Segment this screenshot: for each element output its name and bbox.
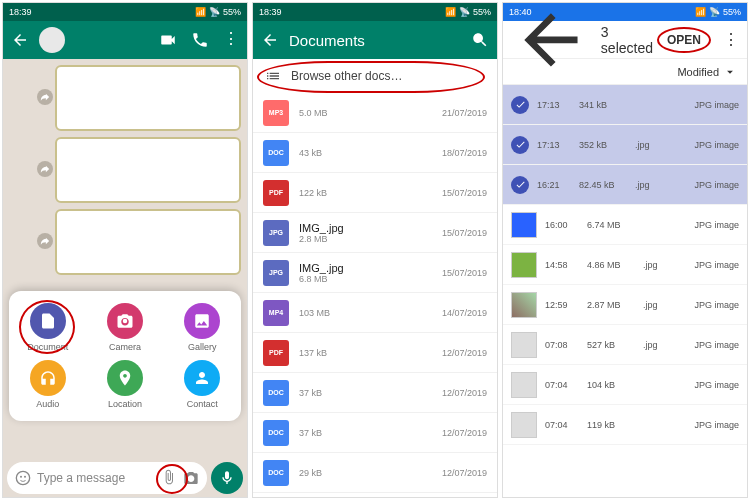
browse-other-docs[interactable]: Browse other docs…: [253, 59, 497, 93]
file-row[interactable]: 16:2182.45 kB.jpgJPG image: [503, 165, 747, 205]
doc-name: IMG_.jpg: [299, 262, 432, 274]
more-icon[interactable]: ⋮: [223, 31, 239, 49]
file-name: .jpg: [635, 180, 681, 190]
doc-size: 5.0 MB: [299, 108, 432, 118]
file-row[interactable]: 07:04119 kBJPG image: [503, 405, 747, 445]
file-row[interactable]: 14:584.86 MB.jpgJPG image: [503, 245, 747, 285]
search-icon[interactable]: [471, 31, 489, 49]
attach-audio[interactable]: Audio: [13, 360, 82, 409]
attach-camera[interactable]: Camera: [90, 303, 159, 352]
docs-list: Browse other docs… MP3 5.0 MB 21/07/2019…: [253, 59, 497, 497]
file-list: 17:13341 kBJPG image17:13352 kB.jpgJPG i…: [503, 85, 747, 497]
file-time: 12:59: [545, 300, 579, 310]
filetype-badge: PDF: [263, 180, 289, 206]
file-size: 6.74 MB: [587, 220, 635, 230]
back-icon[interactable]: [261, 31, 279, 49]
file-type: JPG image: [689, 260, 739, 270]
file-time: 07:08: [545, 340, 579, 350]
svg-point-3: [24, 476, 26, 478]
attach-contact[interactable]: Contact: [168, 360, 237, 409]
documents-screen: 18:39 📶 📡 55% Documents Browse other doc…: [252, 2, 498, 498]
file-time: 07:04: [545, 380, 579, 390]
doc-date: 12/07/2019: [442, 428, 487, 438]
doc-row[interactable]: DOC 37 kB 12/07/2019: [253, 373, 497, 413]
file-time: 14:58: [545, 260, 579, 270]
filetype-badge: JPG: [263, 220, 289, 246]
file-name: .jpg: [643, 340, 681, 350]
doc-row[interactable]: PDF 137 kB 12/07/2019: [253, 333, 497, 373]
file-type: JPG image: [689, 380, 739, 390]
thumbnail: [511, 252, 537, 278]
file-type: JPG image: [689, 100, 739, 110]
doc-row[interactable]: DOC 37 kB 12/07/2019: [253, 413, 497, 453]
forward-icon[interactable]: [37, 161, 53, 177]
doc-date: 15/07/2019: [442, 188, 487, 198]
file-row[interactable]: 17:13352 kB.jpgJPG image: [503, 125, 747, 165]
picker-title: 3 selected: [601, 24, 653, 56]
file-size: 352 kB: [579, 140, 627, 150]
file-row[interactable]: 12:592.87 MB.jpgJPG image: [503, 285, 747, 325]
emoji-icon[interactable]: [15, 470, 31, 486]
thumbnail: [511, 412, 537, 438]
file-row[interactable]: 17:13341 kBJPG image: [503, 85, 747, 125]
sort-row[interactable]: Modified: [503, 59, 747, 85]
thumbnail: [511, 372, 537, 398]
doc-row[interactable]: MP3 5.0 MB 21/07/2019: [253, 93, 497, 133]
message-bubble[interactable]: [55, 65, 241, 131]
video-call-icon[interactable]: [159, 31, 177, 49]
doc-date: 14/07/2019: [442, 308, 487, 318]
doc-row[interactable]: DOC 43 kB 18/07/2019: [253, 133, 497, 173]
forward-icon[interactable]: [37, 233, 53, 249]
mic-button[interactable]: [211, 462, 243, 494]
doc-size: 6.8 MB: [299, 274, 432, 284]
file-type: JPG image: [689, 420, 739, 430]
more-icon[interactable]: ⋮: [723, 32, 739, 48]
attach-document[interactable]: Document: [13, 303, 82, 352]
doc-row[interactable]: JPG IMG_.jpg2.8 MB 15/07/2019: [253, 213, 497, 253]
file-row[interactable]: 07:08527 kB.jpgJPG image: [503, 325, 747, 365]
doc-row[interactable]: JPG IMG_.jpg6.8 MB 15/07/2019: [253, 253, 497, 293]
doc-size: 2.8 MB: [299, 234, 432, 244]
attach-gallery[interactable]: Gallery: [168, 303, 237, 352]
file-time: 07:04: [545, 420, 579, 430]
chevron-down-icon: [723, 65, 737, 79]
forward-icon[interactable]: [37, 89, 53, 105]
doc-row[interactable]: DOC 29 kB 12/07/2019: [253, 453, 497, 493]
doc-date: 15/07/2019: [442, 268, 487, 278]
file-type: JPG image: [689, 220, 739, 230]
message-placeholder: Type a message: [37, 471, 155, 485]
svg-point-1: [16, 471, 29, 484]
camera-icon[interactable]: [183, 470, 199, 486]
filetype-badge: DOC: [263, 380, 289, 406]
open-button[interactable]: OPEN: [663, 31, 705, 49]
doc-row[interactable]: PDF 122 kB 15/07/2019: [253, 173, 497, 213]
chat-app-bar: ⋮: [3, 21, 247, 59]
filetype-badge: MP3: [263, 100, 289, 126]
attach-icon[interactable]: [161, 469, 177, 488]
file-row[interactable]: 07:04104 kBJPG image: [503, 365, 747, 405]
checkmark-icon: [511, 176, 529, 194]
doc-size: 29 kB: [299, 468, 432, 478]
file-type: JPG image: [689, 180, 739, 190]
file-size: 527 kB: [587, 340, 635, 350]
file-row[interactable]: 16:006.74 MBJPG image: [503, 205, 747, 245]
doc-row[interactable]: MP4 103 MB 14/07/2019: [253, 293, 497, 333]
file-time: 16:00: [545, 220, 579, 230]
back-icon[interactable]: [11, 31, 29, 49]
message-input[interactable]: Type a message: [7, 462, 207, 494]
thumbnail: [511, 292, 537, 318]
doc-size: 122 kB: [299, 188, 432, 198]
message-bubble[interactable]: [55, 137, 241, 203]
thumbnail: [511, 212, 537, 238]
attach-location[interactable]: Location: [90, 360, 159, 409]
file-size: 4.86 MB: [587, 260, 635, 270]
voice-call-icon[interactable]: [191, 31, 209, 49]
doc-size: 43 kB: [299, 148, 432, 158]
doc-name: IMG_.jpg: [299, 222, 432, 234]
avatar[interactable]: [39, 27, 65, 53]
doc-date: 18/07/2019: [442, 148, 487, 158]
list-icon: [265, 68, 281, 84]
message-bubble[interactable]: [55, 209, 241, 275]
filetype-badge: PDF: [263, 340, 289, 366]
status-bar: 18:39 📶 📡 55%: [253, 3, 497, 21]
